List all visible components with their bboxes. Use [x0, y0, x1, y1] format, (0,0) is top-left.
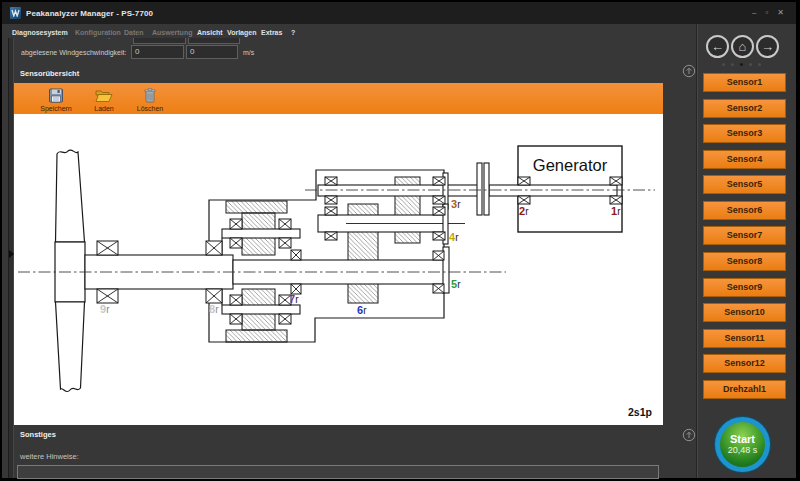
bearing-label-4r: 4r [449, 231, 459, 243]
nav-forward-button[interactable]: → [756, 35, 779, 58]
sidebar-button-sensor7[interactable]: Sensor7 [703, 226, 786, 245]
bearing-label-2r: 2r [519, 205, 529, 217]
sidebar-button-sensor12[interactable]: Sensor12 [703, 354, 786, 373]
menu-item-diagnosesystem[interactable]: Diagnosesystem [12, 29, 68, 36]
delete-label: Löschen [126, 105, 174, 112]
menu-item-vorlagen[interactable]: Vorlagen [227, 29, 256, 36]
section-title-sonstiges: Sonstiges [20, 430, 56, 439]
sidebar-button-sensor10[interactable]: Sensor10 [703, 303, 786, 322]
start-label: Start [720, 433, 765, 445]
wind-speed-unit: m/s [243, 49, 254, 56]
page-indicator-dots [722, 63, 766, 67]
load-label: Laden [80, 105, 128, 112]
bearing-label-6r: 6r [357, 304, 367, 316]
wind-speed-row: abgelesene Windgeschwindigkeit: 0 0 m/s [0, 45, 690, 61]
load-button[interactable]: Laden [80, 85, 128, 112]
sidebar-button-sensor6[interactable]: Sensor6 [703, 201, 786, 220]
diagram-toolbar: Speichern Laden Löschen [14, 83, 663, 114]
flanges-coupling [443, 163, 489, 293]
menu-item-extras[interactable]: Extras [261, 29, 282, 36]
sidebar-button-sensor4[interactable]: Sensor4 [703, 150, 786, 169]
config-label: 2s1p [628, 406, 652, 418]
back-arrow-icon: ← [711, 39, 724, 54]
close-button[interactable]: ✕ [777, 8, 784, 17]
generator-label: Generator [533, 156, 608, 174]
section-title-sensoruebersicht: Sensorübersicht [20, 69, 79, 78]
generator-shaft [489, 185, 617, 196]
sidebar-button-sensor11[interactable]: Sensor11 [703, 329, 786, 348]
menu-item-konfiguration[interactable]: Konfiguration [75, 29, 121, 36]
menu-item-ansicht[interactable]: Ansicht [197, 29, 223, 36]
bearing-label-1r: 1r [611, 205, 621, 217]
menu-item-?[interactable]: ? [291, 29, 295, 36]
nav-back-button[interactable]: ← [706, 35, 729, 58]
collapse-section-icon[interactable] [682, 64, 696, 78]
nav-home-button[interactable]: ⌂ [731, 35, 754, 58]
hints-label: weitere Hinweise: [20, 452, 79, 461]
save-button[interactable]: Speichern [32, 85, 80, 112]
minimize-button[interactable]: – [752, 8, 756, 17]
sidebar-button-sensor3[interactable]: Sensor3 [703, 124, 786, 143]
title-bar: Peakanalyzer Manager - PS-7700 –▫✕ [2, 2, 796, 24]
app-window: Peakanalyzer Manager - PS-7700 –▫✕ Diagn… [0, 0, 800, 481]
bearing-label-9r: 9r [100, 303, 110, 315]
collapse-section-icon-misc[interactable] [682, 428, 696, 442]
wind-speed-input-2[interactable]: 0 [186, 45, 238, 59]
bearing-label-7r: 7r [289, 293, 299, 305]
bearing-label-3r: 3r [451, 198, 461, 210]
bearing-label-5r: 5r [451, 278, 461, 290]
rotor-blade [55, 150, 85, 392]
wind-speed-label: abgelesene Windgeschwindigkeit: [21, 49, 126, 56]
sidebar-button-sensor2[interactable]: Sensor2 [703, 99, 786, 118]
sidebar-button-drehzahl1[interactable]: Drehzahl1 [703, 380, 786, 399]
sidebar-divider [696, 24, 698, 478]
save-icon [48, 88, 64, 103]
maximize-button[interactable]: ▫ [765, 8, 768, 17]
save-label: Speichern [32, 105, 80, 112]
start-time: 20,48 s [720, 445, 765, 455]
drivetrain-diagram: 1r 2r 3r 4r 5r 6r 7r 8r 9r Generator 2s1… [14, 114, 663, 425]
sidebar-button-sensor1[interactable]: Sensor1 [703, 73, 786, 92]
sidebar-button-sensor5[interactable]: Sensor5 [703, 175, 786, 194]
menu-item-auswertung[interactable]: Auswertung [152, 29, 192, 36]
delete-button[interactable]: Löschen [126, 85, 174, 112]
splitter-arrow-icon[interactable] [9, 250, 14, 258]
start-button[interactable]: Start 20,48 s [715, 417, 770, 472]
trash-icon [143, 88, 157, 103]
app-icon [10, 7, 21, 19]
bearing-label-8r: 8r [209, 303, 219, 315]
window-title: Peakanalyzer Manager - PS-7700 [26, 9, 153, 18]
left-splitter[interactable] [8, 38, 14, 478]
open-folder-icon [95, 88, 113, 103]
sidebar-button-sensor8[interactable]: Sensor8 [703, 252, 786, 271]
wind-speed-input-1[interactable]: 0 [131, 45, 184, 59]
home-icon: ⌂ [739, 39, 747, 54]
menu-item-daten[interactable]: Daten [124, 29, 143, 36]
sidebar-button-sensor9[interactable]: Sensor9 [703, 278, 786, 297]
hints-textarea[interactable] [17, 465, 659, 479]
forward-arrow-icon: → [761, 39, 774, 54]
